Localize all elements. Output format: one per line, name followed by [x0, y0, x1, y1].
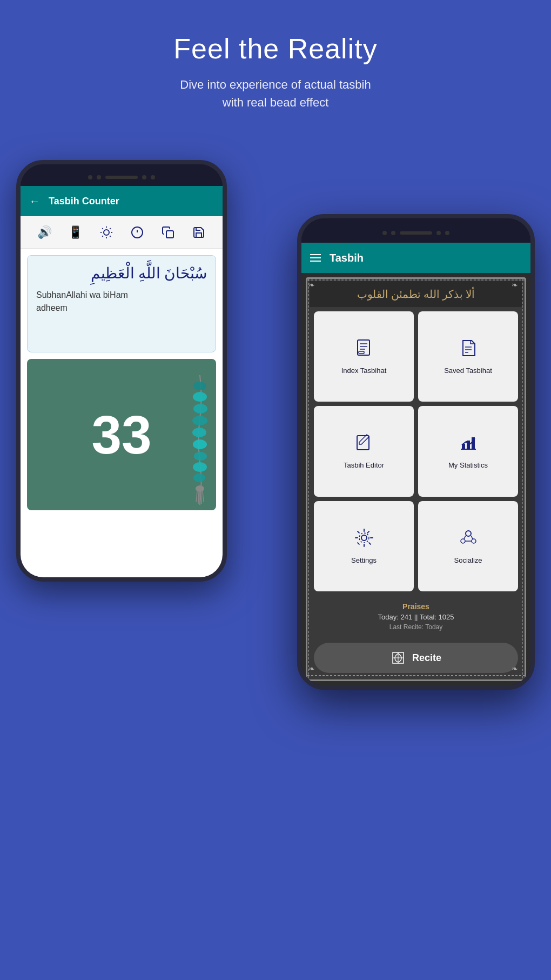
arabic-text: سُبْحَانَ اللَّهِ الْعَظِيمِ	[36, 264, 207, 282]
beads-decoration	[181, 370, 219, 510]
page-title: Feel the Reality	[0, 32, 551, 65]
svg-point-19	[194, 452, 207, 461]
my-statistics-icon	[459, 433, 478, 457]
svg-line-23	[196, 491, 197, 502]
front-notch-dot-4	[445, 231, 449, 235]
stats-praises-label: Praises	[316, 602, 516, 611]
volume-icon[interactable]: 🔊	[34, 222, 56, 243]
svg-line-24	[198, 492, 199, 504]
stats-last-recite: Last Recite: Today	[316, 623, 516, 631]
svg-rect-12	[166, 231, 173, 238]
menu-item-saved-tasbihat[interactable]: Saved Tasbihat	[418, 311, 518, 402]
index-tasbihat-icon	[354, 338, 374, 362]
front-toolbar-title: Tasbih	[330, 252, 364, 264]
tasbih-editor-icon	[354, 433, 374, 457]
svg-line-8	[110, 228, 110, 229]
socialize-icon	[459, 528, 478, 552]
svg-point-21	[193, 474, 205, 482]
svg-line-26	[201, 492, 201, 504]
arabic-text-card: سُبْحَانَ اللَّهِ الْعَظِيمِ SubhanAllah…	[27, 255, 216, 352]
menu-item-tasbih-editor[interactable]: Tasbih Editor	[314, 406, 414, 496]
svg-point-20	[193, 462, 207, 472]
header-section: Feel the Reality Dive into experience of…	[0, 0, 551, 128]
menu-item-my-statistics[interactable]: My Statistics	[418, 406, 518, 496]
stats-footer: Praises Today: 241 || Total: 1025 Last R…	[310, 596, 522, 637]
front-notch-dot-3	[436, 231, 441, 235]
page-subtitle: Dive into experience of actual tasbih wi…	[0, 76, 551, 111]
vibrate-icon[interactable]: 📱	[65, 222, 86, 243]
stats-values: Today: 241 || Total: 1025	[316, 613, 516, 621]
back-phone: ← Tasbih Counter 🔊 📱	[16, 160, 227, 582]
svg-line-56	[471, 536, 473, 539]
svg-point-54	[472, 539, 476, 543]
decorative-frame: ❧ ❧ ❧ ❧ ألا بذكر الله تطمئن القلوب	[306, 277, 526, 681]
svg-point-0	[104, 230, 109, 235]
notch-dot-3	[142, 175, 146, 179]
settings-icon	[354, 528, 374, 552]
svg-point-16	[192, 416, 207, 425]
counter-area: 33	[27, 359, 216, 510]
front-notch-dot-2	[391, 231, 395, 235]
svg-point-14	[193, 392, 207, 402]
front-phone: Tasbih ❧ ❧ ❧ ❧	[297, 214, 535, 690]
recite-button[interactable]: Recite	[314, 643, 518, 673]
notch-dot-1	[88, 175, 92, 179]
back-phone-notch	[21, 164, 223, 186]
hamburger-icon[interactable]	[310, 254, 321, 262]
menu-item-index-tasbihat[interactable]: Index Tasbihat	[314, 311, 414, 402]
socialize-label: Socialize	[454, 556, 482, 564]
front-notch-speaker	[400, 231, 432, 235]
front-phone-content: Tasbih ❧ ❧ ❧ ❧	[301, 243, 530, 685]
notch-dot-4	[151, 175, 155, 179]
svg-point-50	[361, 535, 367, 541]
svg-line-7	[102, 236, 103, 236]
svg-line-27	[203, 491, 204, 502]
front-phone-notch	[301, 218, 530, 243]
front-notch-dot-1	[382, 231, 387, 235]
counter-number: 33	[91, 404, 151, 466]
settings-label: Settings	[351, 556, 377, 564]
transliteration-text: SubhanAllahi wa biHamadheem	[36, 289, 207, 315]
svg-line-4	[110, 236, 110, 236]
menu-item-socialize[interactable]: Socialize	[418, 501, 518, 591]
svg-line-55	[464, 536, 466, 539]
svg-rect-40	[359, 351, 364, 354]
saved-tasbihat-icon	[459, 338, 478, 362]
back-phone-icons: 🔊 📱	[21, 216, 223, 249]
copy-icon[interactable]	[157, 222, 179, 243]
back-phone-toolbar: ← Tasbih Counter	[21, 186, 223, 216]
svg-point-15	[193, 404, 207, 414]
back-phone-content: ← Tasbih Counter 🔊 📱	[21, 186, 223, 577]
menu-item-settings[interactable]: Settings	[314, 501, 414, 591]
svg-point-51	[359, 533, 369, 543]
info-icon[interactable]	[126, 222, 148, 243]
svg-point-52	[466, 531, 471, 536]
recite-label: Recite	[412, 652, 441, 664]
frame-inner: ألا بذكر الله تطمئن القلوب	[307, 279, 525, 679]
svg-point-13	[193, 382, 206, 390]
svg-rect-36	[358, 340, 369, 355]
svg-line-3	[102, 228, 103, 229]
saved-tasbihat-label: Saved Tasbihat	[444, 366, 492, 375]
svg-point-17	[192, 428, 206, 437]
brightness-icon[interactable]	[96, 222, 117, 243]
notch-speaker	[105, 176, 138, 179]
back-phone-toolbar-title: Tasbih Counter	[49, 196, 119, 207]
svg-point-53	[461, 539, 465, 543]
back-arrow-icon[interactable]: ←	[29, 195, 40, 208]
save-icon[interactable]	[188, 222, 210, 243]
menu-grid: Index Tasbihat	[310, 307, 522, 596]
quran-icon	[391, 650, 406, 665]
front-toolbar: Tasbih	[301, 243, 530, 273]
phones-container: ← Tasbih Counter 🔊 📱	[0, 138, 551, 884]
notch-dot-2	[97, 175, 101, 179]
svg-point-18	[193, 439, 207, 449]
index-tasbihat-label: Index Tasbihat	[341, 366, 387, 375]
arabic-header-banner: ألا بذكر الله تطمئن القلوب	[310, 281, 522, 307]
svg-point-22	[196, 485, 204, 492]
my-statistics-label: My Statistics	[448, 461, 488, 469]
tasbih-editor-label: Tasbih Editor	[344, 461, 384, 469]
